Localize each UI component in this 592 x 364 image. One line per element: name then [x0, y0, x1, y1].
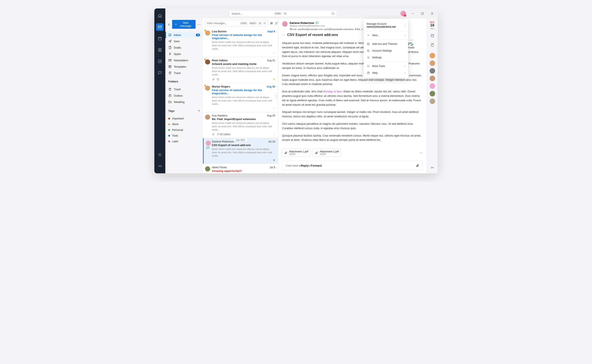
star-icon[interactable]: ☆: [282, 32, 286, 37]
expand-rail-icon[interactable]: [429, 164, 436, 171]
manage-account-item[interactable]: Manage Account nemo@thunderbird.net ›: [364, 21, 408, 30]
folder-item-templates[interactable]: Templates: [165, 63, 203, 70]
star-icon[interactable]: ★: [273, 159, 275, 162]
sender-name: Guy Hawkins: [212, 114, 228, 117]
message-more-icon[interactable]: ⋯: [274, 59, 277, 62]
contact-avatar[interactable]: [430, 76, 435, 81]
contact-avatar[interactable]: [430, 91, 435, 96]
download-icon[interactable]: [168, 23, 170, 26]
tag-item-important[interactable]: Important: [165, 116, 203, 121]
account-avatar[interactable]: [400, 11, 406, 16]
calendar-icon[interactable]: [156, 35, 164, 42]
star-icon[interactable]: ★: [273, 78, 275, 81]
home-icon[interactable]: [156, 12, 164, 20]
message-more-icon[interactable]: ⋯: [274, 85, 277, 89]
tag-item-work[interactable]: Work: [165, 121, 203, 127]
minimize-icon[interactable]: [410, 11, 416, 16]
svg-rect-4: [158, 60, 161, 63]
message-more-icon[interactable]: ⋯: [274, 114, 277, 117]
svg-point-12: [270, 23, 271, 24]
folder-item-trash[interactable]: Trash: [165, 86, 203, 92]
filter-input[interactable]: [207, 22, 239, 25]
attachment-chip[interactable]: Attachment 2.pdf345KB: [313, 149, 341, 157]
sender-name: Darlene Robertson: [290, 21, 314, 25]
star-icon[interactable]: ☆: [273, 133, 275, 136]
message-more-icon[interactable]: ⋯: [274, 30, 277, 33]
tasks-icon[interactable]: [156, 58, 164, 65]
attachments-more-icon[interactable]: ⋯: [419, 151, 423, 155]
tag-item-later[interactable]: Later: [165, 138, 203, 144]
account-settings-item[interactable]: Account Settings: [364, 47, 408, 54]
contacts-icon[interactable]: [156, 46, 164, 54]
sort-icon[interactable]: [275, 21, 278, 26]
star-icon[interactable]: ☆: [273, 52, 275, 55]
message-card[interactable]: ⋯ Pearl AdkinsAug 31 Artwork assets and …: [203, 57, 278, 83]
collapse-rail-icon[interactable]: [156, 162, 164, 170]
svg-rect-15: [217, 78, 219, 80]
add-tag-icon[interactable]: +: [198, 109, 200, 113]
tag-dot-icon: [168, 124, 170, 125]
sender-name: Darlene Robertson: [212, 140, 234, 143]
sender-avatar[interactable]: [282, 21, 287, 27]
settings-item[interactable]: Settings: [364, 54, 408, 61]
folder-item-spam[interactable]: Spam: [165, 51, 203, 57]
more-tools-item[interactable]: More Tools ›: [364, 63, 408, 70]
message-preview: Amet minim mollit non deserunt ullamco e…: [212, 147, 275, 157]
star-icon[interactable]: ☆: [273, 107, 275, 110]
message-card[interactable]: ⋯ Marian RogersAug 30 Final version of w…: [203, 83, 278, 112]
close-icon[interactable]: [429, 11, 435, 16]
calendar-mini[interactable]: SEPT 16 2021: [430, 21, 435, 30]
message-card[interactable]: ⋯ Albert FloresJul 9 Amazing opportunity…: [203, 164, 278, 173]
folder-icon: [168, 100, 172, 104]
folder-item-sent[interactable]: Sent: [165, 38, 203, 44]
message-preview: Amet minim mollit non deserunt ullamco e…: [212, 173, 275, 173]
contact-avatar[interactable]: [430, 53, 435, 58]
trash-icon: [168, 88, 172, 91]
message-card[interactable]: ⋯ Lisa BurtonSept 9 Final version of web…: [203, 28, 278, 57]
contact-avatar[interactable]: [430, 60, 435, 66]
folder-item-outbox[interactable]: Outbox: [165, 92, 203, 99]
message-card[interactable]: ⋯ Darlene RobertsonJul 10 CSV Export of …: [203, 138, 278, 164]
folder-item-inbox[interactable]: Inbox3: [165, 32, 203, 38]
folder-item-trash[interactable]: Trash: [165, 70, 203, 76]
tag-dot-icon: [168, 118, 170, 119]
folder-item-drafts[interactable]: Drafts: [165, 44, 203, 51]
new-message-button[interactable]: New message: [172, 20, 195, 29]
message-preview: Amet minim mollit non deserunt ullamco e…: [212, 66, 275, 76]
tag-item-personal[interactable]: Personal: [165, 127, 203, 133]
folder-sidebar: New message ⋯ Inbox3SentDraftsSpamNewsle…: [165, 19, 203, 173]
chat-icon[interactable]: [156, 69, 164, 77]
collapse-list-icon[interactable]: ›: [275, 93, 278, 99]
maximize-icon[interactable]: [419, 11, 425, 16]
addons-item[interactable]: Add-ons and Themes: [364, 41, 408, 47]
filter-sliders-icon[interactable]: [270, 21, 273, 26]
mail-icon[interactable]: [156, 23, 164, 31]
attachment-chip[interactable]: Attachment 1.pdf345KB: [282, 149, 311, 157]
notes-icon[interactable]: [429, 42, 436, 48]
more-icon[interactable]: ⋯: [410, 38, 414, 42]
global-search[interactable]: CTRL K: [229, 10, 337, 17]
agenda-icon[interactable]: [429, 32, 436, 39]
more-icon[interactable]: ⋯: [197, 22, 201, 26]
contact-avatar[interactable]: [430, 98, 435, 104]
filter-messages[interactable]: CTRL SHIFT K: [205, 20, 268, 26]
folder-item-newsletters[interactable]: Newsletters: [165, 57, 203, 63]
message-more-icon[interactable]: ⋯: [274, 140, 277, 143]
folder-item-wedding[interactable]: Wedding: [165, 99, 203, 105]
search-input[interactable]: [232, 12, 273, 15]
settings-icon[interactable]: [156, 151, 164, 159]
meeting-link[interactable]: Monday at 5pm: [323, 90, 342, 93]
sender-avatar: [205, 166, 210, 171]
reply-forward-bar[interactable]: Click here to Reply or Forward: [282, 161, 423, 170]
attach-icon[interactable]: [416, 164, 419, 167]
message-card[interactable]: ⋯ Guy HawkinsAug 25 Re: Fwd: Import/Expo…: [203, 112, 278, 138]
svg-point-13: [271, 23, 272, 23]
help-item[interactable]: Help ›: [364, 70, 408, 76]
tag-item-todo[interactable]: Todo: [165, 133, 203, 138]
svg-point-5: [159, 154, 161, 155]
contact-avatar[interactable]: [430, 83, 435, 89]
new-item[interactable]: + New... ›: [364, 32, 408, 39]
message-more-icon[interactable]: ⋯: [274, 166, 277, 169]
fire-icon: [168, 52, 172, 56]
contact-avatar[interactable]: [430, 68, 435, 74]
